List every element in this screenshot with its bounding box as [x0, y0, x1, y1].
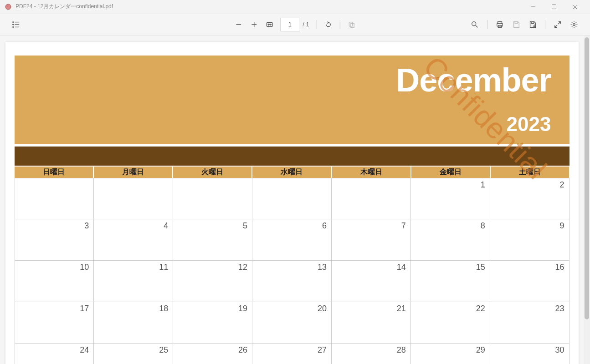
rotate-button[interactable]: [321, 17, 336, 32]
calendar-cell: 5: [173, 219, 252, 261]
calendar-cell: 11: [94, 261, 173, 302]
day-header-row: 日曜日月曜日火曜日水曜日木曜日金曜日土曜日: [15, 167, 569, 178]
zoom-out-button[interactable]: [231, 17, 246, 32]
svg-rect-2: [552, 5, 556, 9]
day-header: 日曜日: [15, 167, 94, 178]
svg-rect-24: [531, 21, 534, 23]
calendar-cell: [94, 178, 173, 219]
document-area[interactable]: Confidential December 2023 日曜日月曜日火曜日水曜日木…: [0, 35, 584, 364]
calendar-cell: 17: [15, 302, 94, 344]
window-controls: [523, 0, 585, 14]
calendar-cell: 14: [332, 261, 411, 302]
day-header: 水曜日: [252, 167, 332, 178]
calendar-cell: 24: [15, 344, 94, 364]
calendar-cell: 18: [94, 302, 173, 344]
calendar-row: 10111213141516: [15, 261, 569, 302]
calendar-cell: 26: [173, 344, 252, 364]
calendar-cell: 29: [411, 344, 490, 364]
calendar-cell: 13: [252, 261, 332, 302]
calendar-cell: 23: [490, 302, 569, 344]
window-title: PDF24 - 12月カレンダーconfidential.pdf: [15, 3, 523, 10]
calendar-cell: 12: [173, 261, 252, 302]
calendar-cell: 4: [94, 219, 173, 261]
settings-icon[interactable]: [566, 17, 582, 32]
svg-rect-21: [497, 23, 503, 26]
calendar-cell: [252, 178, 332, 219]
day-header: 金曜日: [411, 167, 491, 178]
separator: [487, 20, 487, 29]
calendar-row: 24252627282930: [15, 344, 569, 364]
zoom-in-button[interactable]: [246, 17, 262, 32]
calendar-cell: 27: [252, 344, 332, 364]
crop-button[interactable]: [344, 17, 359, 32]
day-header: 月曜日: [94, 167, 173, 178]
toolbar: / 1: [0, 14, 590, 35]
calendar-cell: 22: [411, 302, 490, 344]
calendar-divider-bar: [15, 147, 569, 166]
calendar-cell: 16: [490, 261, 569, 302]
calendar-cell: 19: [173, 302, 252, 344]
calendar-cell: [173, 178, 252, 219]
calendar-cell: 21: [332, 302, 411, 344]
svg-line-26: [555, 25, 557, 27]
calendar-month: December: [33, 64, 551, 96]
print-icon[interactable]: [492, 17, 508, 32]
fit-width-button[interactable]: [262, 17, 277, 32]
pdf-page: Confidential December 2023 日曜日月曜日火曜日水曜日木…: [5, 42, 579, 364]
search-icon[interactable]: [467, 17, 482, 32]
separator: [340, 20, 340, 29]
svg-rect-23: [515, 21, 517, 23]
page-total: / 1: [303, 21, 309, 28]
document-viewport: Confidential December 2023 日曜日月曜日火曜日水曜日木…: [0, 35, 590, 364]
calendar-cell: 1: [411, 178, 490, 219]
svg-point-9: [13, 26, 14, 27]
calendar-row: 17181920212223: [15, 302, 569, 344]
vertical-scrollbar[interactable]: [584, 35, 590, 364]
app-icon: [5, 3, 12, 10]
calendar-row: 12: [15, 178, 569, 219]
calendar-cell: 25: [94, 344, 173, 364]
calendar-row: 3456789: [15, 219, 569, 261]
minimize-button[interactable]: [523, 0, 544, 14]
scrollbar-thumb[interactable]: [585, 37, 589, 319]
calendar-cell: 7: [332, 219, 411, 261]
svg-line-19: [476, 25, 478, 27]
svg-point-0: [5, 4, 11, 10]
save-edit-icon[interactable]: [525, 17, 540, 32]
calendar-cell: 3: [15, 219, 94, 261]
calendar-cell: 9: [490, 219, 569, 261]
calendar-cell: 15: [411, 261, 490, 302]
svg-point-5: [13, 21, 14, 22]
expand-icon[interactable]: [550, 17, 565, 32]
calendar-cell: 6: [252, 219, 332, 261]
svg-point-27: [573, 23, 575, 25]
calendar-cell: [332, 178, 411, 219]
day-header: 木曜日: [332, 167, 411, 178]
separator: [545, 20, 545, 29]
title-bar: PDF24 - 12月カレンダーconfidential.pdf: [0, 0, 590, 14]
calendar-cell: 20: [252, 302, 332, 344]
calendar-cell: 30: [490, 344, 569, 364]
calendar-cell: 2: [490, 178, 569, 219]
calendar-grid: 1234567891011121314151617181920212223242…: [15, 178, 569, 364]
save-icon[interactable]: [508, 17, 524, 32]
outline-icon[interactable]: [8, 17, 24, 32]
maximize-button[interactable]: [544, 0, 564, 14]
calendar-year: 2023: [33, 113, 551, 136]
calendar-cell: 8: [411, 219, 490, 261]
calendar-cell: 10: [15, 261, 94, 302]
separator: [317, 20, 317, 29]
svg-point-7: [13, 24, 14, 25]
day-header: 土曜日: [491, 167, 569, 178]
close-button[interactable]: [564, 0, 585, 14]
page-number-input[interactable]: [280, 18, 300, 31]
svg-line-25: [558, 21, 560, 24]
day-header: 火曜日: [173, 167, 252, 178]
svg-point-18: [472, 21, 476, 25]
calendar-header: December 2023: [15, 56, 569, 146]
calendar-cell: 28: [332, 344, 411, 364]
calendar-cell: [15, 178, 94, 219]
